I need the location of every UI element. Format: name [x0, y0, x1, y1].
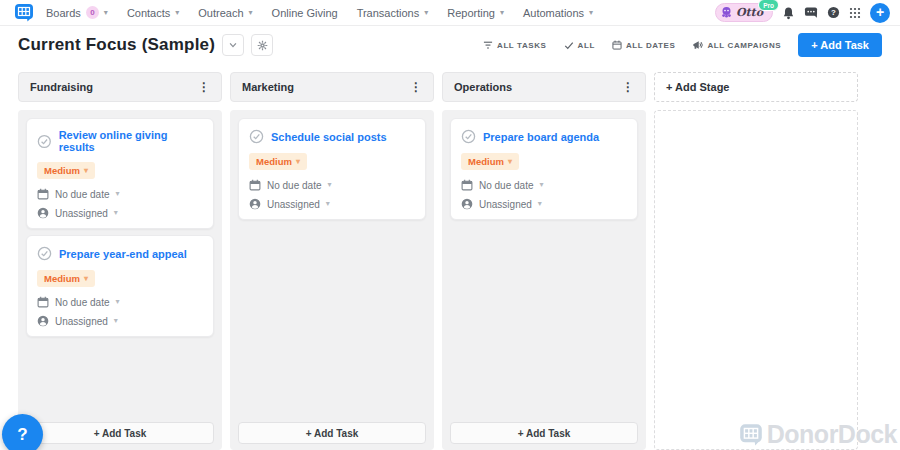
nav-item-label: Contacts: [127, 7, 170, 19]
priority-dropdown[interactable]: Medium ▾: [37, 162, 95, 179]
help-icon[interactable]: ?: [827, 6, 840, 19]
nav-item-label: Transactions: [357, 7, 420, 19]
task-card[interactable]: Prepare year-end appeal Medium ▾ No due …: [26, 235, 214, 337]
task-card[interactable]: Schedule social posts Medium ▾ No due da…: [238, 118, 426, 220]
filter-all-status[interactable]: ALL: [564, 41, 595, 50]
chevron-down-icon: ▾: [116, 298, 120, 306]
assignee-dropdown[interactable]: Unassigned ▾: [37, 207, 203, 219]
add-stage-label: + Add Stage: [666, 81, 729, 93]
column-title: Operations: [454, 81, 512, 93]
board-switcher-button[interactable]: [222, 34, 244, 56]
gear-icon: [257, 40, 268, 51]
priority-label: Medium: [44, 273, 80, 284]
nav-item-boards[interactable]: Boards 0 ▾: [46, 6, 108, 19]
nav-item-contacts[interactable]: Contacts ▾: [127, 7, 179, 19]
chevron-down-icon: ▾: [296, 158, 300, 166]
nav-item-label: Reporting: [447, 7, 495, 19]
complete-task-icon[interactable]: [249, 129, 264, 144]
column-title: Fundraising: [30, 81, 93, 93]
column-add-task-button[interactable]: + Add Task: [238, 422, 426, 444]
column-header: Fundraising ⋮: [18, 72, 222, 102]
megaphone-icon: [692, 40, 703, 50]
column-add-task-button[interactable]: + Add Task: [450, 422, 638, 444]
calendar-icon: [37, 188, 49, 200]
chevron-down-icon: ▾: [104, 9, 108, 17]
column-title: Marketing: [242, 81, 294, 93]
donordock-logo-icon[interactable]: [14, 3, 34, 22]
due-date-label: No due date: [55, 189, 110, 200]
global-add-button[interactable]: +: [870, 3, 890, 23]
nav-item-online-giving[interactable]: Online Giving: [272, 7, 338, 19]
assignee-label: Unassigned: [479, 199, 532, 210]
assignee-dropdown[interactable]: Unassigned ▾: [461, 198, 627, 210]
filter-group: ALL TASKS ALL ALL DATES ALL C: [483, 40, 781, 50]
priority-dropdown[interactable]: Medium ▾: [37, 270, 95, 287]
person-icon: [37, 315, 49, 327]
filter-label: ALL: [578, 41, 595, 50]
priority-dropdown[interactable]: Medium ▾: [249, 153, 307, 170]
task-title-link[interactable]: Review online giving results: [59, 129, 203, 153]
due-date-dropdown[interactable]: No due date ▾: [249, 179, 415, 191]
help-fab-button[interactable]: ?: [2, 414, 43, 450]
chevron-down-icon: ▾: [424, 9, 428, 17]
column-menu-icon[interactable]: ⋮: [198, 80, 210, 94]
filter-label: ALL CAMPAIGNS: [707, 41, 781, 50]
assignee-dropdown[interactable]: Unassigned ▾: [37, 315, 203, 327]
column-menu-icon[interactable]: ⋮: [410, 80, 422, 94]
complete-task-icon[interactable]: [461, 129, 476, 144]
filter-all-tasks[interactable]: ALL TASKS: [483, 41, 547, 50]
complete-task-icon[interactable]: [37, 134, 52, 149]
chevron-down-icon: ▾: [114, 209, 118, 217]
priority-dropdown[interactable]: Medium ▾: [461, 153, 519, 170]
filter-label: ALL TASKS: [497, 41, 547, 50]
chevron-down-icon: ▾: [538, 200, 542, 208]
calendar-icon: [461, 179, 473, 191]
funnel-icon: [483, 41, 493, 50]
assignee-dropdown[interactable]: Unassigned ▾: [249, 198, 415, 210]
chevron-down-icon: ▾: [84, 167, 88, 175]
due-date-dropdown[interactable]: No due date ▾: [37, 296, 203, 308]
task-title-link[interactable]: Prepare board agenda: [483, 131, 599, 143]
column-add-task-button[interactable]: + Add Task: [26, 422, 214, 444]
chevron-down-icon: ▾: [175, 9, 179, 17]
boards-count-badge: 0: [86, 6, 99, 19]
chevron-down-icon: ▾: [114, 317, 118, 325]
column-fundraising: Fundraising ⋮ Review online giving resul…: [18, 72, 222, 450]
board-settings-button[interactable]: [251, 34, 273, 56]
chat-icon[interactable]: [804, 6, 818, 19]
person-icon: [461, 198, 473, 210]
nav-item-transactions[interactable]: Transactions ▾: [357, 7, 429, 19]
task-card[interactable]: Review online giving results Medium ▾ No…: [26, 118, 214, 229]
task-title-link[interactable]: Schedule social posts: [271, 131, 387, 143]
due-date-dropdown[interactable]: No due date ▾: [461, 179, 627, 191]
notifications-bell-icon[interactable]: [782, 6, 795, 20]
apps-grid-icon[interactable]: [849, 7, 861, 19]
complete-task-icon[interactable]: [37, 246, 52, 261]
column-menu-icon[interactable]: ⋮: [622, 80, 634, 94]
calendar-icon: [249, 179, 261, 191]
column-add-stage: + Add Stage: [654, 72, 858, 450]
nav-item-outreach[interactable]: Outreach ▾: [198, 7, 252, 19]
user-menu-pill[interactable]: Otto Pro: [715, 3, 773, 22]
filter-all-campaigns[interactable]: ALL CAMPAIGNS: [692, 40, 781, 50]
navbar-right-group: Otto Pro ?: [715, 3, 890, 23]
nav-item-automations[interactable]: Automations ▾: [523, 7, 593, 19]
add-task-button[interactable]: + Add Task: [798, 33, 882, 57]
otto-mascot-icon: [720, 6, 733, 19]
priority-label: Medium: [468, 156, 504, 167]
task-title-link[interactable]: Prepare year-end appeal: [59, 248, 187, 260]
svg-text:?: ?: [831, 8, 836, 17]
person-icon: [37, 207, 49, 219]
column-body: Prepare board agenda Medium ▾ No due dat…: [442, 110, 646, 450]
add-stage-button[interactable]: + Add Stage: [654, 72, 858, 102]
chevron-down-icon: ▾: [540, 181, 544, 189]
chevron-down-icon: ▾: [328, 181, 332, 189]
chevron-down-icon: ▾: [500, 9, 504, 17]
task-card[interactable]: Prepare board agenda Medium ▾ No due dat…: [450, 118, 638, 220]
filter-all-dates[interactable]: ALL DATES: [612, 40, 676, 50]
nav-item-reporting[interactable]: Reporting ▾: [447, 7, 504, 19]
due-date-label: No due date: [267, 180, 322, 191]
due-date-dropdown[interactable]: No due date ▾: [37, 188, 203, 200]
pro-plan-badge: Pro: [758, 0, 779, 11]
calendar-icon: [37, 296, 49, 308]
